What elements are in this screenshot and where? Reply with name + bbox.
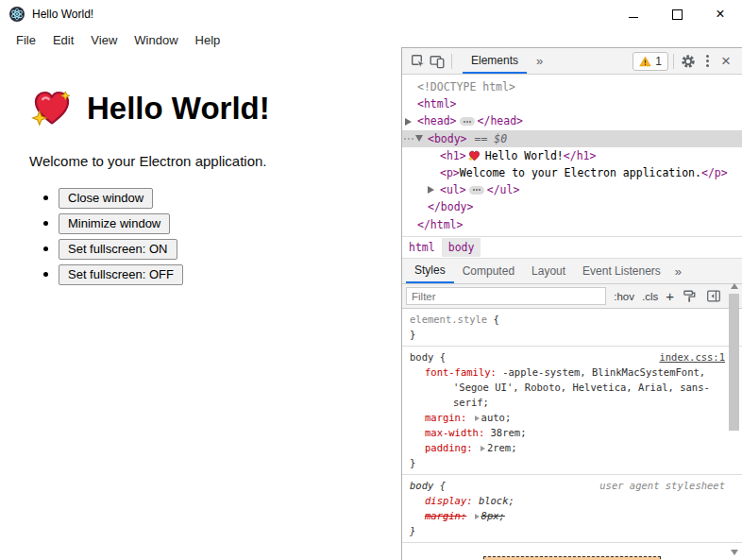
expand-arrow-icon[interactable]: [428, 186, 434, 194]
fullscreen-off-button[interactable]: Set fullscreen: OFF: [59, 264, 183, 285]
breadcrumb-body[interactable]: body: [442, 238, 481, 257]
tab-computed[interactable]: Computed: [454, 259, 523, 283]
doctype-node[interactable]: <!DOCTYPE html>: [402, 78, 742, 95]
sidebar-toggle-button[interactable]: [705, 288, 721, 304]
expand-arrow-icon[interactable]: [475, 416, 480, 421]
more-sidebar-tabs-button[interactable]: »: [675, 264, 682, 279]
more-tabs-button[interactable]: »: [536, 54, 544, 68]
sparkling-heart-icon: [31, 89, 73, 127]
node-menu-icon[interactable]: [402, 138, 415, 140]
devtools-menu-button[interactable]: [698, 52, 717, 71]
stylesheet-link[interactable]: index.css:1: [659, 349, 725, 365]
html-open-node[interactable]: <html>: [402, 95, 742, 112]
welcome-text: Welcome to your Electron application.: [29, 153, 401, 169]
head-node[interactable]: <head></head>: [402, 112, 742, 129]
sparkling-heart-icon: [468, 150, 481, 161]
filter-input[interactable]: [406, 287, 606, 305]
expand-arrow-icon[interactable]: [405, 118, 412, 126]
ellipsis-expand-icon[interactable]: [469, 186, 484, 195]
minimize-window-action-button[interactable]: Minimize window: [59, 213, 170, 234]
css-property[interactable]: max-width: 38rem;: [410, 425, 725, 440]
selector[interactable]: body: [410, 351, 433, 363]
device-toolbar-icon: [430, 54, 445, 69]
styles-pane: element.style { } index.css:1body { font…: [402, 309, 742, 560]
h1-node[interactable]: <h1>Hello World!</h1>: [402, 147, 742, 164]
inspect-cursor-icon: [411, 54, 426, 69]
menu-window[interactable]: Window: [126, 30, 186, 50]
breadcrumb-html[interactable]: html: [402, 238, 442, 257]
toolbar-divider: [673, 54, 674, 69]
css-property[interactable]: display: block;: [410, 493, 725, 508]
maximize-window-button[interactable]: [655, 0, 699, 28]
css-property[interactable]: font-family: -apple-system, BlinkMacSyst…: [410, 365, 725, 410]
action-list: Close window Minimize window Set fullscr…: [0, 186, 401, 285]
warning-icon: [639, 56, 651, 67]
sidebar-tabs: Styles Computed Layout Event Listeners »: [402, 259, 742, 284]
expand-arrow-icon[interactable]: [481, 446, 485, 451]
tab-layout[interactable]: Layout: [523, 259, 574, 283]
expand-arrow-icon[interactable]: [475, 514, 480, 519]
dom-breadcrumb: html body: [402, 236, 742, 259]
selector[interactable]: body: [410, 480, 433, 491]
scroll-up-icon[interactable]: [726, 278, 742, 294]
ellipsis-expand-icon[interactable]: [460, 117, 475, 126]
tab-styles[interactable]: Styles: [406, 259, 454, 283]
menu-file[interactable]: File: [8, 30, 44, 50]
warning-count: 1: [655, 55, 662, 68]
maximize-icon: [672, 9, 683, 20]
minimize-icon: [629, 17, 638, 18]
devtools-close-button[interactable]: ×: [717, 52, 735, 71]
tab-event-listeners[interactable]: Event Listeners: [574, 259, 669, 283]
heading-text: Hello World!: [87, 91, 270, 127]
list-item: Minimize window: [59, 212, 401, 234]
elements-tree: <!DOCTYPE html> <html> <head></head> <bo…: [402, 75, 742, 236]
scrollbar-thumb[interactable]: [729, 294, 739, 431]
menu-edit[interactable]: Edit: [44, 30, 82, 50]
toggle-element-state-button[interactable]: :hov: [614, 291, 634, 302]
window-title: Hello World!: [32, 8, 93, 21]
user-agent-rule[interactable]: user agent stylesheetbody { display: blo…: [402, 475, 742, 543]
scroll-down-icon[interactable]: [726, 544, 742, 560]
rendering-button[interactable]: [682, 288, 698, 304]
user-agent-note: user agent stylesheet: [599, 478, 725, 493]
settings-button[interactable]: [679, 52, 698, 71]
electron-logo-icon[interactable]: [9, 7, 25, 22]
app-content: Hello World! Welcome to your Electron ap…: [0, 51, 401, 560]
devtools-panel: Elements » 1 × <!D: [401, 47, 742, 560]
tab-elements[interactable]: Elements: [463, 48, 527, 74]
ul-node[interactable]: <ul></ul>: [402, 181, 742, 198]
menu-view[interactable]: View: [82, 30, 126, 50]
new-style-rule-button[interactable]: +: [666, 289, 674, 303]
css-property[interactable]: margin: auto;: [410, 410, 725, 425]
close-icon: ×: [716, 7, 724, 22]
dollar-zero-hint: == $0: [475, 130, 508, 147]
body-close-node[interactable]: </body>: [402, 198, 742, 215]
list-item: Close window: [59, 186, 401, 209]
minimize-window-button[interactable]: [612, 0, 655, 28]
paint-roller-icon: [683, 289, 697, 303]
css-property[interactable]: padding: 2rem;: [410, 440, 725, 455]
fullscreen-on-button[interactable]: Set fullscreen: ON: [59, 239, 177, 260]
inspect-element-button[interactable]: [409, 52, 428, 71]
device-toolbar-button[interactable]: [428, 52, 447, 71]
body-node-selected[interactable]: <body>== $0: [402, 130, 742, 147]
body-css-rule[interactable]: index.css:1body { font-family: -apple-sy…: [402, 347, 742, 475]
styles-scrollbar[interactable]: [726, 278, 742, 560]
collapse-arrow-icon[interactable]: [415, 135, 423, 142]
menu-help[interactable]: Help: [187, 30, 229, 50]
devtools-toolbar: Elements » 1 ×: [402, 48, 742, 75]
sidebar-toggle-icon: [706, 289, 721, 303]
close-window-button[interactable]: ×: [699, 0, 742, 28]
console-warning-badge[interactable]: 1: [632, 52, 668, 71]
p-node[interactable]: <p>Welcome to your Electron application.…: [402, 164, 742, 181]
close-window-action-button[interactable]: Close window: [59, 188, 153, 209]
css-property-overridden[interactable]: margin: 8px;: [410, 508, 725, 523]
selector[interactable]: element.style: [410, 314, 487, 325]
element-classes-button[interactable]: .cls: [642, 291, 658, 302]
element-style-rule[interactable]: element.style { }: [402, 309, 742, 347]
gear-icon: [681, 54, 696, 69]
window-controls: ×: [612, 0, 742, 28]
html-close-node[interactable]: </html>: [402, 216, 742, 233]
styles-filter-bar: :hov .cls +: [402, 284, 742, 309]
box-model-margin[interactable]: margin –: [483, 556, 661, 560]
